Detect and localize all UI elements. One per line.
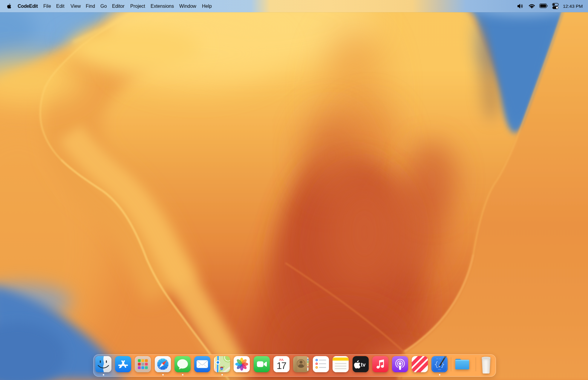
svg-text:tv: tv [361, 362, 365, 368]
svg-text:17: 17 [277, 361, 286, 371]
svg-text:280: 280 [220, 368, 223, 370]
